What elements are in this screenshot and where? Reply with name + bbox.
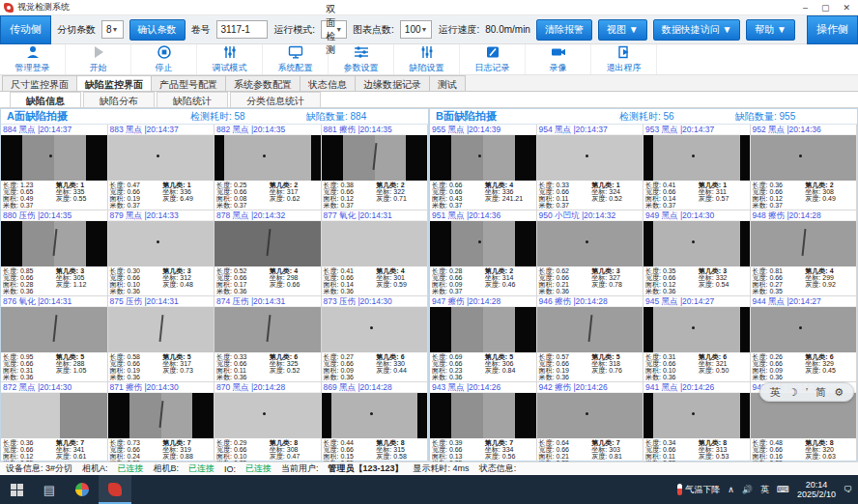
defect-cell-870[interactable]: 870 黑点 |20:14:28 长度: 0.29 宽度: 0.66 面积: 0… xyxy=(214,382,322,468)
toolbar-button-defects[interactable]: 缺陷设置 xyxy=(394,44,460,74)
defect-cell-951[interactable]: 951 黑点 |20:14:36 长度: 0.28 宽度: 0.66 面积: 0… xyxy=(430,210,537,296)
defect-thumbnail[interactable] xyxy=(214,135,321,181)
tab-sub-2[interactable]: 缺陷分布 xyxy=(83,92,155,107)
defect-cell-876[interactable]: 876 氧化 |20:14:31 长度: 0.95 宽度: 0.66 面积: 0… xyxy=(1,296,108,382)
defect-cell-883[interactable]: 883 黑点 |20:14:37 长度: 0.47 宽度: 0.66 面积: 0… xyxy=(108,125,215,210)
defect-thumbnail[interactable] xyxy=(430,135,536,181)
notification-center-icon[interactable]: 🗨 xyxy=(844,485,852,494)
defect-thumbnail[interactable] xyxy=(322,393,428,438)
defect-cell-953[interactable]: 953 黑点 |20:14:37 长度: 0.41 宽度: 0.66 面积: 0… xyxy=(644,125,751,210)
defect-thumbnail[interactable] xyxy=(537,393,644,438)
start-button[interactable] xyxy=(0,475,33,504)
defect-thumbnail[interactable] xyxy=(537,221,644,266)
defect-cell-954[interactable]: 954 黑点 |20:14:37 长度: 0.33 宽度: 0.66 面积: 0… xyxy=(537,125,644,210)
defect-cell-875[interactable]: 875 压伤 |20:14:31 长度: 0.58 宽度: 0.66 面积: 0… xyxy=(108,296,215,382)
close-button[interactable]: ✕ xyxy=(843,3,850,13)
roll-number-input[interactable]: 3117-1 xyxy=(216,20,269,39)
defect-cell-947[interactable]: 947 擦伤 |20:14:28 长度: 0.69 宽度: 0.66 面积: 0… xyxy=(430,296,537,382)
defect-thumbnail[interactable] xyxy=(214,393,321,438)
toolbar-button-user[interactable]: 管理登录 xyxy=(0,44,66,74)
tab-main-2[interactable]: 缺陷监控界面 xyxy=(76,75,152,91)
defect-thumbnail[interactable] xyxy=(751,135,857,181)
tab-main-3[interactable]: 产品型号配置 xyxy=(151,75,226,91)
defect-cell-882[interactable]: 882 黑点 |20:14:35 长度: 0.25 宽度: 0.66 面积: 0… xyxy=(214,125,322,210)
language-indicator[interactable]: 英 xyxy=(760,484,769,496)
tab-main-6[interactable]: 边缘数据记录 xyxy=(355,75,430,91)
defect-thumbnail[interactable] xyxy=(430,221,536,266)
volume-icon[interactable]: 🔊 xyxy=(742,485,753,494)
defect-cell-949[interactable]: 949 黑点 |20:14:30 长度: 0.35 宽度: 0.66 面积: 0… xyxy=(644,210,751,296)
defect-cell-881[interactable]: 881 擦伤 |20:14:35 长度: 0.38 宽度: 0.66 面积: 0… xyxy=(322,125,429,210)
operator-side-button[interactable]: 操作侧 xyxy=(807,15,858,44)
browser-app-icon[interactable] xyxy=(66,475,99,504)
slit-count-select[interactable]: 8▼ xyxy=(101,20,124,39)
toolbar-button-params[interactable]: 参数设置 xyxy=(329,44,394,74)
defect-cell-871[interactable]: 871 擦伤 |20:14:30 长度: 0.73 宽度: 0.66 面积: 0… xyxy=(108,382,215,468)
defect-cell-873[interactable]: 873 压伤 |20:14:30 长度: 0.27 宽度: 0.66 面积: 0… xyxy=(322,296,429,382)
tab-main-7[interactable]: 测试 xyxy=(429,75,466,91)
defect-thumbnail[interactable] xyxy=(108,393,214,438)
ime-language-toggle[interactable]: 英 xyxy=(770,385,781,400)
defect-thumbnail[interactable] xyxy=(644,221,750,266)
defect-thumbnail[interactable] xyxy=(108,307,214,352)
defect-thumbnail[interactable] xyxy=(322,307,428,352)
defect-cell-942[interactable]: 942 擦伤 |20:14:26 长度: 0.64 宽度: 0.66 面积: 0… xyxy=(537,382,644,468)
maximize-button[interactable]: ▢ xyxy=(821,3,830,13)
confirm-count-button[interactable]: 确认条数 xyxy=(129,19,186,41)
drive-side-button[interactable]: 传动侧 xyxy=(0,15,51,44)
defect-thumbnail[interactable] xyxy=(537,307,644,352)
ime-moon-icon[interactable]: ☽ xyxy=(788,386,798,399)
tab-sub-1[interactable]: 缺陷信息 xyxy=(10,92,81,107)
defect-cell-872[interactable]: 872 黑点 |20:14:30 长度: 0.36 宽度: 0.66 面积: 0… xyxy=(1,382,108,468)
chart-points-select[interactable]: 100▼ xyxy=(400,20,433,39)
defect-cell-879[interactable]: 879 黑点 |20:14:33 长度: 0.30 宽度: 0.66 面积: 0… xyxy=(108,210,215,296)
defect-thumbnail[interactable] xyxy=(1,221,107,266)
defect-cell-880[interactable]: 880 压伤 |20:14:35 长度: 0.85 宽度: 0.66 面积: 0… xyxy=(1,210,108,296)
defect-cell-945[interactable]: 945 黑点 |20:14:27 长度: 0.31 宽度: 0.66 面积: 0… xyxy=(644,296,751,382)
defect-cell-943[interactable]: 943 黑点 |20:14:26 长度: 0.39 宽度: 0.66 面积: 0… xyxy=(430,382,537,468)
defect-cell-877[interactable]: 877 氧化 |20:14:31 长度: 0.41 宽度: 0.66 面积: 0… xyxy=(322,210,429,296)
run-mode-select[interactable]: 双面检测▼ xyxy=(321,20,347,39)
view-menu-button[interactable]: 视图 ▼ xyxy=(598,19,647,41)
defect-cell-948[interactable]: 948 擦伤 |20:14:28 长度: 0.81 宽度: 0.66 面积: 0… xyxy=(751,210,858,296)
defect-cell-874[interactable]: 874 压伤 |20:14:31 长度: 0.33 宽度: 0.66 面积: 0… xyxy=(214,296,322,382)
defect-cell-941[interactable]: 941 黑点 |20:14:26 长度: 0.34 宽度: 0.66 面积: 0… xyxy=(644,382,751,468)
defect-cell-869[interactable]: 869 黑点 |20:14:28 长度: 0.44 宽度: 0.66 面积: 0… xyxy=(322,382,429,468)
defect-thumbnail[interactable] xyxy=(108,221,214,266)
help-menu-button[interactable]: 帮助 ▼ xyxy=(746,19,795,41)
minimize-button[interactable]: – xyxy=(803,3,808,13)
toolbar-button-log[interactable]: 日志记录 xyxy=(460,44,526,74)
toolbar-button-sliders[interactable]: 调试模式 xyxy=(197,44,263,74)
tab-sub-4[interactable]: 分类信息统计 xyxy=(230,92,321,107)
defect-thumbnail[interactable] xyxy=(108,135,214,181)
data-quick-access-button[interactable]: 数据快捷访问 ▼ xyxy=(653,19,741,41)
tab-main-1[interactable]: 尺寸监控界面 xyxy=(2,75,77,91)
defect-thumbnail[interactable] xyxy=(430,307,536,352)
inspection-app-icon[interactable] xyxy=(99,475,131,504)
defect-cell-952[interactable]: 952 黑点 |20:14:36 长度: 0.36 宽度: 0.66 面积: 0… xyxy=(751,125,858,210)
toolbar-button-camera[interactable]: 录像 xyxy=(526,44,591,74)
task-view-button[interactable]: ▤ xyxy=(33,475,66,504)
defect-cell-944[interactable]: 944 黑点 |20:14:27 长度: 0.26 宽度: 0.66 面积: 0… xyxy=(751,296,858,382)
defect-cell-955[interactable]: 955 黑点 |20:14:39 长度: 0.66 宽度: 0.66 面积: 0… xyxy=(430,125,537,210)
defect-thumbnail[interactable] xyxy=(751,307,857,352)
tab-main-4[interactable]: 系统参数配置 xyxy=(225,75,300,91)
defect-thumbnail[interactable] xyxy=(322,135,428,181)
defect-thumbnail[interactable] xyxy=(1,135,107,181)
ime-settings-gear-icon[interactable]: ⚙ xyxy=(834,386,844,399)
tab-sub-3[interactable]: 缺陷统计 xyxy=(157,92,228,107)
defect-thumbnail[interactable] xyxy=(644,393,750,438)
tab-main-5[interactable]: 状态信息 xyxy=(300,75,356,91)
toolbar-button-exit[interactable]: 退出程序 xyxy=(591,44,657,74)
defect-thumbnail[interactable] xyxy=(214,221,321,266)
defect-thumbnail[interactable] xyxy=(322,221,428,266)
defect-thumbnail[interactable] xyxy=(1,307,107,352)
clock[interactable]: 20:142025/2/10 xyxy=(797,480,836,499)
toolbar-button-play[interactable]: 开始 xyxy=(66,44,131,74)
ime-simplified-toggle[interactable]: 简 xyxy=(815,385,826,400)
defect-thumbnail[interactable] xyxy=(644,307,750,352)
tray-expand-chevron[interactable]: ∧ xyxy=(728,485,734,494)
defect-thumbnail[interactable] xyxy=(430,393,536,438)
keyboard-icon[interactable]: ⌨ xyxy=(777,485,789,494)
defect-cell-884[interactable]: 884 黑点 |20:14:37 长度: 1.23 宽度: 0.65 面积: 0… xyxy=(1,125,108,210)
